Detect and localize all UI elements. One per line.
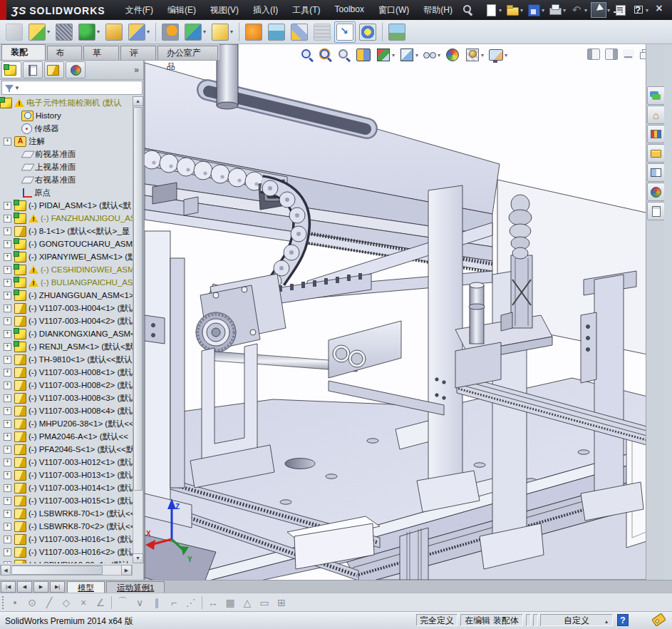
chevron-down-icon[interactable]: ▾ [438, 52, 440, 58]
previous-view-icon[interactable] [337, 48, 351, 62]
save-icon[interactable] [527, 3, 541, 17]
tree-item[interactable]: 传感器 [0, 122, 133, 135]
expand-plus[interactable]: + [4, 292, 11, 300]
close-button[interactable] [651, 4, 668, 16]
tree-item[interactable]: +(-) XIPANYIWEI_ASM<1> (默 [0, 250, 133, 263]
mate-icon[interactable] [53, 21, 75, 43]
scroll-left-button[interactable]: ◀ [1, 565, 11, 576]
pane-left-icon[interactable] [587, 48, 600, 60]
menu-item[interactable]: 窗口(W) [371, 1, 416, 20]
tree-item[interactable]: +(-) PIDAI_ASM<1> (默认<默 [0, 199, 133, 212]
expand-plus[interactable]: + [4, 561, 11, 564]
custom-properties-icon[interactable] [647, 202, 665, 220]
menu-item[interactable]: 插入(I) [246, 1, 285, 20]
expand-plus[interactable]: + [4, 471, 11, 479]
tree-item[interactable]: +(-) V1107-003-H008<4> (默认 [0, 404, 133, 417]
tree-item[interactable]: +(-) V1107-003-H012<1> (默认 [0, 456, 133, 469]
expand-plus[interactable]: + [4, 305, 11, 312]
appearances-icon[interactable] [647, 183, 665, 201]
resources-home-icon[interactable] [647, 106, 665, 124]
select-cursor-icon[interactable] [591, 2, 606, 18]
file-explorer-icon[interactable] [647, 144, 665, 163]
expand-plus[interactable]: + [4, 497, 11, 505]
tree-item[interactable]: +(-) LSBWRK8-70<2> (默认<< [0, 520, 133, 533]
expand-plus[interactable]: + [4, 394, 11, 402]
scroll-thumb[interactable] [133, 107, 143, 491]
tree-item[interactable]: 上视基准面 [0, 160, 133, 173]
tree-item[interactable]: +(-) LSBWRK10-80<1> (默认< [0, 558, 133, 563]
expand-plus[interactable]: + [4, 446, 11, 454]
featuremanager-tab[interactable] [1, 61, 21, 78]
chevron-down-icon[interactable]: ▾ [203, 29, 206, 35]
move-component-icon[interactable]: ▾ [126, 21, 152, 43]
panel-expand-chevron[interactable]: » [134, 65, 139, 75]
expand-plus[interactable]: + [4, 215, 11, 223]
tree-item[interactable]: +(-) LSBWRK8-70<1> (默认<< [0, 507, 133, 520]
chevron-down-icon[interactable]: ▾ [230, 29, 233, 35]
expand-plus[interactable]: + [4, 343, 11, 351]
expand-plus[interactable]: + [4, 330, 11, 338]
component-preview-icon[interactable]: ▾ [182, 21, 208, 43]
tree-item[interactable]: +(-) CESHIDINGWEI_ASM< [0, 263, 133, 276]
tab-评估[interactable]: 评估 [120, 46, 156, 60]
apply-scene-icon[interactable]: ▾ [465, 47, 484, 63]
scroll-right-button[interactable]: ▶ [121, 565, 132, 576]
expand-plus[interactable]: + [4, 369, 11, 377]
tree-item[interactable]: 原点 [0, 186, 133, 199]
scroll-thumb[interactable] [11, 566, 103, 575]
chevron-down-icon[interactable]: ▾ [97, 29, 100, 35]
chevron-down-icon[interactable]: ▼ [14, 85, 20, 91]
display-style-icon[interactable]: ▾ [399, 47, 418, 63]
chevron-down-icon[interactable]: ▾ [520, 7, 523, 14]
tree-item[interactable]: +(-) PMA2046-A<1> (默认<< [0, 430, 133, 443]
expand-plus[interactable]: + [4, 407, 11, 415]
hide-show-items-icon[interactable]: ▾ [423, 48, 440, 62]
reference-geometry-icon[interactable]: ▾ [210, 21, 235, 43]
tree-item[interactable]: +(-) V1107-003-H008<2> (默认 [0, 379, 133, 392]
view-orientation-icon[interactable]: ▾ [376, 47, 395, 63]
view-settings-icon[interactable]: ▾ [488, 47, 507, 63]
expand-plus[interactable]: + [4, 536, 11, 543]
tree-item[interactable]: +(-) V1107-003-H004<2> (默认 [0, 314, 133, 327]
print-icon[interactable] [548, 3, 562, 17]
section-view-icon[interactable] [356, 47, 371, 63]
expand-plus[interactable]: + [4, 433, 11, 441]
custom-dropdown[interactable]: 自定义▴ [540, 614, 613, 626]
tree-item[interactable]: +(-) MHPU206-38<1> (默认<< [0, 417, 133, 430]
chevron-down-icon[interactable]: ▾ [499, 7, 502, 14]
menu-item[interactable]: Toolbox [328, 1, 371, 20]
tree-item[interactable]: +(-) V1107-003-H008<3> (默认 [0, 392, 133, 404]
configurationmanager-tab[interactable] [44, 61, 64, 78]
tree-item[interactable]: +(-) DIANKONGXIANG_ASM<1 [0, 327, 133, 340]
tree-item[interactable]: History [0, 109, 133, 122]
chevron-down-icon[interactable]: ▾ [542, 7, 544, 14]
chevron-down-icon[interactable]: ▾ [415, 52, 418, 58]
pane-right-icon[interactable] [605, 48, 618, 60]
edit-appearance-icon[interactable] [445, 47, 460, 63]
tree-item[interactable]: +(-) TH-9810<1> (默认<<默认 [0, 353, 133, 366]
chevron-down-icon[interactable]: ▾ [563, 7, 566, 14]
chevron-down-icon[interactable]: ▾ [47, 29, 50, 35]
expand-plus[interactable]: + [4, 317, 11, 325]
doc-tab-运动算例1[interactable]: 运动算例1 [106, 581, 165, 593]
tree-item[interactable]: +(-) V1107-003-H016<2> (默认 [0, 546, 133, 558]
tree-item[interactable]: +(-) V1107-003-H016<1> (默认 [0, 533, 133, 546]
scroll-up-button[interactable]: ▲ [133, 96, 143, 106]
tree-item[interactable]: +(-) V1107-003-H004<1> (默认 [0, 302, 133, 314]
tree-item[interactable]: +(-) RENJI_ASM<1> (默认<默 [0, 340, 133, 353]
chevron-down-icon[interactable]: ▾ [392, 52, 395, 58]
doc-tab-模型[interactable]: 模型 [67, 581, 105, 593]
tab-nav-button[interactable]: ▶ [33, 581, 48, 593]
tab-布局[interactable]: 布局 [47, 46, 83, 60]
design-library-icon[interactable] [647, 125, 665, 143]
expand-plus[interactable]: + [4, 240, 11, 248]
tab-nav-button[interactable]: ◀ [17, 581, 32, 593]
tab-nav-button[interactable]: ▶| [50, 581, 65, 593]
component-pattern-icon[interactable]: ▾ [76, 21, 102, 43]
search-icon[interactable] [461, 4, 474, 16]
tree-item[interactable]: +(-) V1107-003-H008<1> (默认 [0, 366, 133, 379]
expand-plus[interactable]: + [4, 266, 11, 274]
instant3d-icon[interactable] [334, 21, 356, 43]
tree-item[interactable]: 电子元件性能检测机 (默认 [0, 96, 133, 109]
expand-plus[interactable]: + [4, 510, 11, 518]
